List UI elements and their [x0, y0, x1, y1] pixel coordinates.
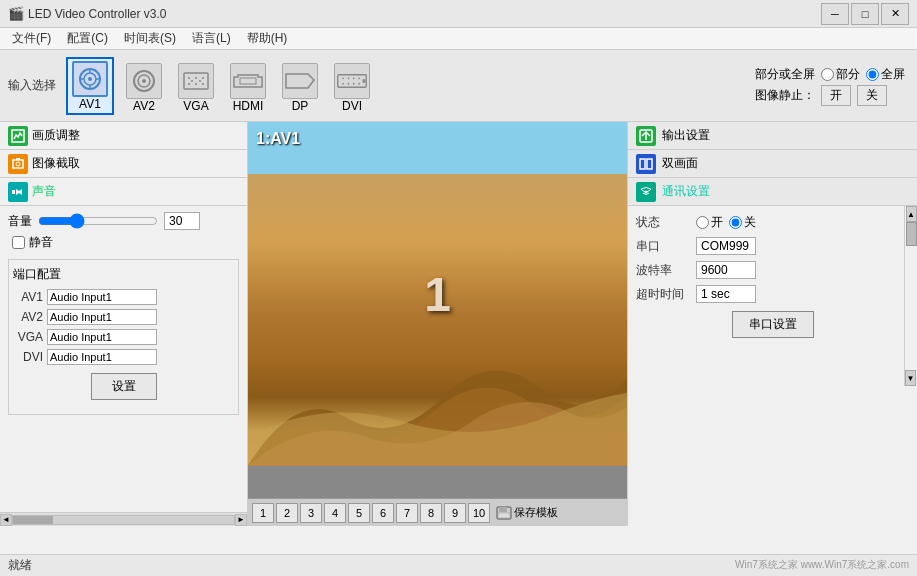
scroll-thumb[interactable]	[906, 222, 917, 246]
output-tab-icon	[636, 126, 656, 146]
preview-number: 1	[424, 267, 451, 322]
serial-port-label: 串口	[636, 238, 690, 255]
port-av1-select-wrapper: Audio Input1 Audio Input2 Audio Input3	[47, 289, 157, 305]
left-panel-tabs: 画质调整 图像截取 声音	[0, 122, 247, 206]
menu-file[interactable]: 文件(F)	[4, 28, 59, 49]
serial-port-value: COM999	[696, 237, 756, 255]
port-dvi-label: DVI	[13, 350, 43, 364]
svg-rect-29	[363, 79, 366, 83]
menu-schedule[interactable]: 时间表(S)	[116, 28, 184, 49]
scroll-right-arrow[interactable]: ►	[235, 514, 247, 526]
menu-bar: 文件(F) 配置(C) 时间表(S) 语言(L) 帮助(H)	[0, 28, 917, 50]
left-scrollbar[interactable]: ◄ ►	[0, 512, 247, 526]
page-tab-9[interactable]: 9	[444, 503, 466, 523]
port-vga-select[interactable]: Audio Input1 Audio Input2 Audio Input3	[47, 329, 157, 345]
page-tab-2[interactable]: 2	[276, 503, 298, 523]
state-on-radio[interactable]	[696, 216, 709, 229]
input-av1[interactable]: AV1	[66, 57, 114, 115]
save-template-label: 保存模板	[514, 505, 558, 520]
page-tab-10[interactable]: 10	[468, 503, 490, 523]
right-tab-output[interactable]: 输出设置	[628, 122, 917, 150]
input-vga[interactable]: VGA	[174, 61, 218, 115]
display-part-option[interactable]: 部分	[821, 66, 860, 83]
input-av2-label: AV2	[133, 99, 155, 113]
svg-point-18	[199, 80, 201, 82]
port-av2-label: AV2	[13, 310, 43, 324]
floppy-icon	[496, 506, 512, 520]
page-tab-6[interactable]: 6	[372, 503, 394, 523]
volume-value: 30	[164, 212, 200, 230]
svg-rect-31	[13, 160, 23, 168]
page-tab-7[interactable]: 7	[396, 503, 418, 523]
scroll-left-arrow[interactable]: ◄	[0, 514, 12, 526]
app-icon: 🎬	[8, 6, 24, 21]
input-dp-label: DP	[292, 99, 309, 113]
setup-button[interactable]: 设置	[91, 373, 157, 400]
scroll-down-arrow[interactable]: ▼	[905, 370, 916, 386]
timeout-row: 超时时间 1 sec	[636, 285, 909, 303]
state-on-option[interactable]: 开	[696, 214, 723, 231]
menu-help[interactable]: 帮助(H)	[239, 28, 296, 49]
tab-quality[interactable]: 画质调整	[0, 122, 247, 150]
input-hdmi[interactable]: HDMI	[226, 61, 270, 115]
input-dvi-label: DVI	[342, 99, 362, 113]
scroll-up-arrow[interactable]: ▲	[906, 206, 917, 222]
input-bar: 输入选择 AV1	[0, 50, 917, 122]
volume-slider[interactable]	[38, 213, 158, 229]
state-off-radio[interactable]	[729, 216, 742, 229]
menu-language[interactable]: 语言(L)	[184, 28, 239, 49]
display-full-radio[interactable]	[866, 68, 879, 81]
maximize-button[interactable]: □	[851, 3, 879, 25]
port-dvi-select[interactable]: Audio Input1 Audio Input2 Audio Input3	[47, 349, 157, 365]
h-scroll-track[interactable]	[12, 515, 235, 525]
serial-settings-button[interactable]: 串口设置	[732, 311, 814, 338]
save-template-button[interactable]: 保存模板	[496, 505, 558, 520]
page-tab-1[interactable]: 1	[252, 503, 274, 523]
svg-rect-39	[640, 159, 645, 169]
svg-point-21	[342, 77, 344, 79]
serial-btn-container: 串口设置	[636, 311, 909, 338]
input-av2[interactable]: AV2	[122, 61, 166, 115]
svg-point-14	[188, 83, 190, 85]
close-button[interactable]: ✕	[881, 3, 909, 25]
state-off-option[interactable]: 关	[729, 214, 756, 231]
status-bar: 就绪 Win7系统之家 www.Win7系统之家.com	[0, 554, 917, 576]
right-tab-dual[interactable]: 双画面	[628, 150, 917, 178]
volume-row: 音量 30	[8, 212, 239, 230]
left-panel: 画质调整 图像截取 声音 音量 30	[0, 122, 248, 526]
tab-capture[interactable]: 图像截取	[0, 150, 247, 178]
port-av2-select-wrapper: Audio Input1 Audio Input2 Audio Input3	[47, 309, 157, 325]
svg-point-11	[188, 77, 190, 79]
mute-checkbox[interactable]	[12, 236, 25, 249]
page-tab-4[interactable]: 4	[324, 503, 346, 523]
title-text: LED Video Controller v3.0	[28, 7, 821, 21]
freeze-on-button[interactable]: 开	[821, 85, 851, 106]
display-full-option[interactable]: 全屏	[866, 66, 905, 83]
timeout-value: 1 sec	[696, 285, 756, 303]
audio-tab-icon	[8, 182, 28, 202]
right-scrollbar[interactable]: ▲ ▼	[904, 206, 917, 386]
page-tab-5[interactable]: 5	[348, 503, 370, 523]
dual-tab-icon	[636, 154, 656, 174]
input-dp[interactable]: DP	[278, 61, 322, 115]
serial-port-row: 串口 COM999	[636, 237, 909, 255]
page-tab-3[interactable]: 3	[300, 503, 322, 523]
h-scroll-thumb[interactable]	[13, 516, 53, 524]
freeze-off-button[interactable]: 关	[857, 85, 887, 106]
right-tab-comm[interactable]: 通讯设置	[628, 178, 917, 206]
right-tab-output-label: 输出设置	[662, 127, 710, 144]
input-dvi[interactable]: DVI	[330, 61, 374, 115]
title-bar: 🎬 LED Video Controller v3.0 ─ □ ✕	[0, 0, 917, 28]
display-part-radio[interactable]	[821, 68, 834, 81]
tab-audio[interactable]: 声音	[0, 178, 247, 206]
input-select-label: 输入选择	[8, 77, 56, 94]
port-av2-select[interactable]: Audio Input1 Audio Input2 Audio Input3	[47, 309, 157, 325]
audio-content: 音量 30 静音 端口配置 AV1 Audio Input1 Audio Inp…	[0, 206, 247, 421]
page-tab-8[interactable]: 8	[420, 503, 442, 523]
svg-point-12	[195, 77, 197, 79]
svg-point-23	[353, 77, 355, 79]
menu-config[interactable]: 配置(C)	[59, 28, 116, 49]
port-av1-select[interactable]: Audio Input1 Audio Input2 Audio Input3	[47, 289, 157, 305]
baud-rate-value: 9600	[696, 261, 756, 279]
minimize-button[interactable]: ─	[821, 3, 849, 25]
